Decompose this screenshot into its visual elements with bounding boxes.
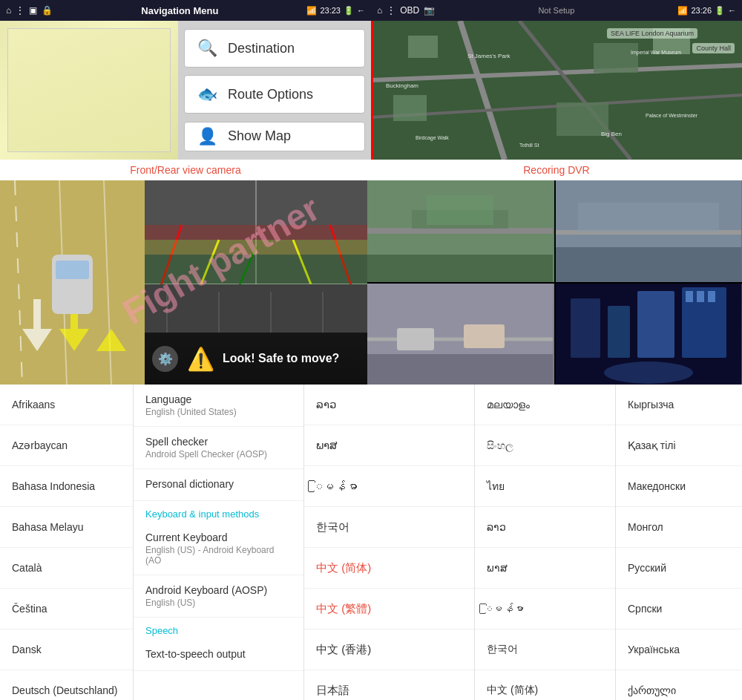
route-options-menu-item[interactable]: 🐟 Route Options: [184, 75, 365, 114]
dvr-map-inner: St James's Park Imperial War Museum Bird…: [371, 21, 742, 160]
svg-rect-63: [708, 291, 715, 302]
settings-android-keyboard[interactable]: Android Keyboard (AOSP) English (US): [134, 575, 303, 618]
lang-far-serbian[interactable]: Српски: [616, 589, 742, 629]
svg-rect-33: [145, 240, 367, 255]
lang-mid-korean[interactable]: 한국어: [304, 507, 474, 548]
lang-azerbaycan[interactable]: Azərbaycan: [0, 425, 133, 466]
lang-mid-myanmar[interactable]: ພາສ: [304, 425, 474, 466]
lang-far-russian[interactable]: Русский: [616, 548, 742, 589]
svg-text:Tothill St: Tothill St: [519, 143, 539, 148]
show-map-menu-item[interactable]: 👤 Show Map: [184, 122, 365, 151]
settings-speech-header: Speech: [134, 618, 303, 639]
dvr-panel: ⌂ ⋮ OBD 📷 Not Setup 📶 23:26 🔋 ←: [371, 0, 742, 160]
lang-bahasa-melayu[interactable]: Bahasa Melayu: [0, 507, 133, 548]
svg-rect-7: [594, 43, 638, 73]
lang-catala[interactable]: Català: [0, 548, 133, 589]
lang-right-zh-simp2[interactable]: 中文 (简体): [475, 670, 615, 700]
dvr-wifi-icon: 📶: [677, 6, 688, 16]
lang-far-ukrainian[interactable]: Українська: [616, 629, 742, 670]
lang-mid-zh-simp[interactable]: 中文 (简体): [304, 548, 474, 589]
settings-tts-title: Text-to-speech output: [145, 648, 292, 660]
svg-text:Palace of Westminster: Palace of Westminster: [646, 113, 698, 118]
lang-cestina[interactable]: Čeština: [0, 589, 133, 629]
camera-gear-icon: ⚙️: [152, 346, 178, 372]
svg-rect-52: [397, 328, 434, 350]
front-rear-label: Front/Rear view camera: [0, 164, 371, 176]
lang-right-sinhala[interactable]: සිංහල: [475, 425, 615, 466]
destination-menu-item[interactable]: 🔍 Destination: [184, 29, 365, 68]
svg-rect-57: [637, 291, 674, 358]
dvr-obd-icon: OBD: [400, 5, 419, 16]
warning-triangle-icon: ⚠️: [186, 344, 215, 373]
lang-afrikaans[interactable]: Afrikaans: [0, 385, 133, 425]
lang-right-thai[interactable]: ไทย: [475, 466, 615, 507]
lang-right-myanmar2[interactable]: ພາສ: [475, 548, 615, 589]
settings-current-keyboard[interactable]: Current Keyboard English (US) - Android …: [134, 523, 303, 575]
camera-grid-2-svg: [556, 180, 743, 282]
camera-grid-3-svg: [367, 284, 554, 385]
lang-mid-column: ລາວ ພາສ ြမန်မာ 한국어 中文 (简体) 中文 (繁體) 中文 (香…: [304, 385, 475, 700]
lang-mid-zh-hk[interactable]: 中文 (香港): [304, 629, 474, 670]
lang-right-burmese2[interactable]: ြမန်မာ: [475, 589, 615, 629]
dvr-back-icon[interactable]: ←: [728, 6, 736, 15]
camera-grid-1: [367, 180, 554, 282]
svg-text:Big Ben: Big Ben: [601, 131, 622, 137]
lang-mid-burmese[interactable]: ြမန်မာ: [304, 466, 474, 507]
lang-far-georgian[interactable]: ქართული: [616, 670, 742, 700]
settings-spell-value: Android Spell Checker (AOSP): [145, 449, 292, 459]
settings-personal-dict[interactable]: Personal dictionary: [134, 469, 303, 501]
lang-bahasa-indonesia[interactable]: Bahasa Indonesia: [0, 466, 133, 507]
settings-tts[interactable]: Text-to-speech output: [134, 639, 303, 671]
nav-battery-icon: 🔋: [344, 6, 354, 16]
nav-menu-icon-dots[interactable]: ⋮: [16, 5, 24, 16]
lang-mid-lao[interactable]: ລາວ: [304, 385, 474, 425]
lang-right-column: മലയാളം සිංහල ไทย ລາວ ພາສ ြမန်မာ 한국어 中文 (…: [475, 385, 616, 700]
dvr-home-icon[interactable]: ⌂: [377, 5, 382, 16]
lang-mid-japanese[interactable]: 日本語: [304, 670, 474, 700]
dvr-cam-icon: 📷: [424, 5, 435, 16]
nav-panel: ⌂ ⋮ ▣ 🔒 Navigation Menu 📶 23:23 🔋 ← 🔍 De…: [0, 0, 371, 160]
nav-home-icon[interactable]: ⌂: [6, 5, 11, 16]
svg-text:Birdcage Walk: Birdcage Walk: [416, 135, 449, 141]
lang-right-lao2[interactable]: ລາວ: [475, 507, 615, 548]
settings-ckb-value: English (US) - Android Keyboard (AO: [145, 545, 292, 566]
camera-grid-4-svg: [556, 284, 743, 385]
nav-statusbar: ⌂ ⋮ ▣ 🔒 Navigation Menu 📶 23:23 🔋 ←: [0, 0, 371, 21]
lang-far-mongolian[interactable]: Монгол: [616, 507, 742, 548]
dvr-time: 23:26: [691, 6, 712, 15]
svg-rect-53: [464, 324, 505, 348]
lang-far-kyrgyz[interactable]: Кыргызча: [616, 385, 742, 425]
camera-left-big: [0, 180, 145, 385]
svg-rect-34: [145, 255, 367, 284]
settings-akb-title: Android Keyboard (AOSP): [145, 584, 292, 596]
svg-rect-48: [578, 203, 719, 232]
svg-rect-23: [56, 261, 89, 279]
lang-dansk[interactable]: Dansk: [0, 629, 133, 670]
settings-keyboard-header: Keyboard & input methods: [134, 501, 303, 523]
destination-label: Destination: [228, 41, 295, 56]
nav-back-icon[interactable]: ←: [357, 6, 365, 15]
settings-spell-checker[interactable]: Spell checker Android Spell Checker (AOS…: [134, 427, 303, 469]
dvr-map-svg: St James's Park Imperial War Museum Bird…: [371, 21, 742, 160]
nav-menu: 🔍 Destination 🐟 Route Options 👤 Show Map: [178, 21, 371, 160]
svg-point-59: [604, 362, 693, 384]
dvr-statusbar-right: 📶 23:26 🔋 ←: [677, 6, 736, 16]
lang-mid-zh-trad[interactable]: 中文 (繁體): [304, 589, 474, 629]
recording-dvr-label: Recoring DVR: [371, 164, 742, 176]
lang-far-macedonian[interactable]: Македонски: [616, 466, 742, 507]
svg-rect-35: [145, 284, 367, 333]
dvr-menu-dots[interactable]: ⋮: [387, 5, 395, 16]
dvr-indicator-line: [371, 21, 373, 160]
lang-far-kazakh[interactable]: Қазақ тілі: [616, 425, 742, 466]
settings-column: Language English (United States) Spell c…: [134, 385, 304, 700]
svg-rect-62: [697, 291, 704, 302]
settings-dict-title: Personal dictionary: [145, 478, 292, 490]
lang-far-column: Кыргызча Қазақ тілі Македонски Монгол Ру…: [616, 385, 742, 700]
route-options-label: Route Options: [228, 87, 313, 102]
camera-safe-to-move-bar: ⚙️ ⚠️ Look! Safe to move?: [145, 333, 367, 385]
lang-deutsch[interactable]: Deutsch (Deutschland): [0, 670, 133, 700]
settings-language[interactable]: Language English (United States): [134, 385, 303, 427]
section-labels: Front/Rear view camera Recoring DVR: [0, 160, 742, 180]
lang-right-malayalam[interactable]: മലയാളം: [475, 385, 615, 425]
lang-right-korean2[interactable]: 한국어: [475, 629, 615, 670]
